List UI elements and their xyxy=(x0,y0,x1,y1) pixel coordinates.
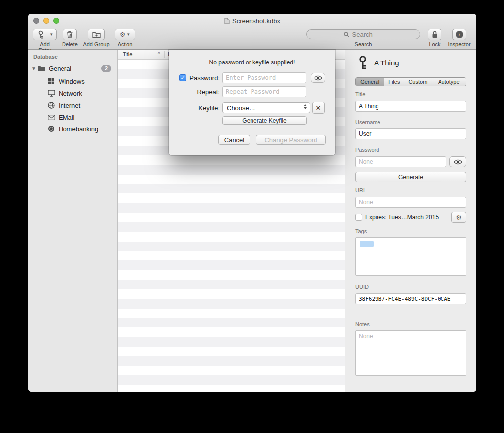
envelope-icon xyxy=(47,113,55,121)
chevron-down-icon[interactable]: ▼ xyxy=(49,32,56,37)
trash-icon xyxy=(67,31,73,38)
column-divider[interactable] xyxy=(164,51,165,58)
delete-button[interactable] xyxy=(63,29,77,40)
entry-title: A Thing xyxy=(374,59,399,67)
window-title-text: Screenshot.kdbx xyxy=(232,17,280,25)
add-group-button[interactable] xyxy=(88,29,105,40)
gear-icon: ⚙ xyxy=(120,31,126,38)
dialog-repeat-input[interactable] xyxy=(222,86,306,97)
close-icon: ✕ xyxy=(316,104,321,112)
lock-label: Lock xyxy=(421,41,448,47)
sidebar-section-header: Database xyxy=(33,54,58,60)
expires-settings-button[interactable]: ⚙ xyxy=(451,212,466,223)
url-field-label: URL xyxy=(355,187,366,193)
column-header-title[interactable]: Title xyxy=(123,51,132,57)
info-icon: i xyxy=(456,31,463,38)
chevron-down-icon: ▼ xyxy=(126,32,130,37)
title-field[interactable] xyxy=(355,101,466,112)
url-field[interactable] xyxy=(355,197,466,208)
keyfile-popup-button[interactable]: Choose… xyxy=(222,102,310,113)
sidebar-item-label: Network xyxy=(59,90,82,97)
key-plus-icon xyxy=(33,30,49,39)
inspector-panel: A Thing General Files Custom Autotype Ti… xyxy=(345,50,476,392)
notes-placeholder: None xyxy=(359,333,373,340)
folder-plus-icon xyxy=(92,31,101,38)
inspector-tabs: General Files Custom Autotype xyxy=(355,77,466,86)
popup-stepper-icon xyxy=(304,104,307,109)
globe-icon xyxy=(47,101,55,109)
sidebar-item-windows[interactable]: Windows xyxy=(28,75,117,87)
delete-label: Delete xyxy=(56,41,84,47)
sidebar-item-label: Internet xyxy=(59,102,80,109)
password-field[interactable] xyxy=(355,156,446,167)
monitor-icon xyxy=(47,89,55,97)
notes-box[interactable]: None xyxy=(355,330,466,376)
uuid-field[interactable] xyxy=(355,293,466,304)
folder-icon xyxy=(37,64,45,72)
expires-label: Expires: Tues…March 2015 xyxy=(365,214,439,221)
tab-files[interactable]: Files xyxy=(384,78,404,86)
clear-keyfile-button[interactable]: ✕ xyxy=(312,102,325,114)
dialog-reveal-password-button[interactable] xyxy=(311,73,325,83)
search-input[interactable] xyxy=(351,30,383,39)
gear-icon: ⚙ xyxy=(456,214,462,221)
reveal-password-button[interactable] xyxy=(449,156,466,167)
title-field-label: Title xyxy=(355,91,365,97)
app-window: Screenshot.kdbx ▼ Add Entry xyxy=(28,14,476,392)
sidebar: Database ▼ General 2 xyxy=(28,50,118,392)
tag-token[interactable] xyxy=(360,241,374,247)
notes-field-label: Notes xyxy=(355,321,370,327)
sidebar-item-email[interactable]: EMail xyxy=(28,111,117,123)
disclosure-triangle-icon[interactable]: ▼ xyxy=(30,66,37,71)
key-icon xyxy=(358,56,367,69)
change-password-dialog: No password or keyfile supplied! ✓ Passw… xyxy=(169,50,335,155)
sidebar-item-network[interactable]: Network xyxy=(28,87,117,99)
search-field[interactable] xyxy=(306,29,420,39)
uuid-field-label: UUID xyxy=(355,284,369,290)
change-password-button[interactable]: Change Password xyxy=(256,135,326,145)
tab-autotype[interactable]: Autotype xyxy=(432,78,466,86)
generate-keyfile-button[interactable]: Generate Keyfile xyxy=(222,116,307,125)
action-button[interactable]: ⚙ ▼ xyxy=(115,29,135,40)
keyfile-popup-value: Choose… xyxy=(227,104,255,112)
tab-custom[interactable]: Custom xyxy=(404,78,432,86)
add-entry-button[interactable]: ▼ xyxy=(33,29,57,40)
dialog-message: No password or keyfile supplied! xyxy=(169,59,335,66)
group-count-badge: 2 xyxy=(101,65,111,72)
sidebar-item-label: Homebanking xyxy=(59,125,98,133)
coin-icon xyxy=(47,125,55,133)
tags-field-label: Tags xyxy=(355,228,367,234)
sidebar-item-label: EMail xyxy=(59,114,75,121)
dialog-password-label: Password: xyxy=(184,74,220,82)
sort-ascending-icon: ^ xyxy=(158,51,160,57)
cancel-button[interactable]: Cancel xyxy=(218,135,250,145)
inspector-section-divider xyxy=(345,315,476,315)
eye-icon xyxy=(314,75,322,81)
content-area: Database ▼ General 2 xyxy=(28,50,476,392)
search-label: Search xyxy=(306,41,420,47)
sidebar-item-label: Windows xyxy=(59,78,85,85)
window-chrome: Screenshot.kdbx ▼ Add Entry xyxy=(28,14,476,50)
sidebar-item-internet[interactable]: Internet xyxy=(28,99,117,111)
desktop-background: Screenshot.kdbx ▼ Add Entry xyxy=(0,0,504,433)
eye-icon xyxy=(454,159,462,165)
add-group-label: Add Group xyxy=(81,41,111,47)
window-title: Screenshot.kdbx xyxy=(28,14,476,28)
inspector-button[interactable]: i xyxy=(452,29,466,40)
lock-icon xyxy=(432,31,438,38)
dialog-repeat-label: Repeat: xyxy=(184,88,220,96)
generate-password-button[interactable]: Generate xyxy=(355,172,466,182)
username-field[interactable] xyxy=(355,128,466,139)
tags-box[interactable] xyxy=(355,237,466,276)
document-icon xyxy=(224,18,230,24)
username-field-label: Username xyxy=(355,119,380,125)
password-field-label: Password xyxy=(355,147,379,153)
sidebar-item-general[interactable]: ▼ General 2 xyxy=(28,62,117,74)
inspector-label: Inspector xyxy=(446,41,473,47)
dialog-password-input[interactable] xyxy=(222,72,306,83)
sidebar-item-label: General xyxy=(49,65,71,72)
lock-button[interactable] xyxy=(428,29,441,40)
expires-checkbox[interactable] xyxy=(355,214,362,221)
sidebar-item-homebanking[interactable]: Homebanking xyxy=(28,123,117,135)
tab-general[interactable]: General xyxy=(356,78,384,86)
